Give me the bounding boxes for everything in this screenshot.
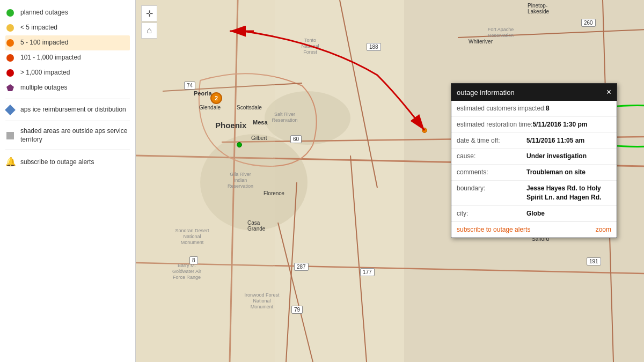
popup-label-boundary: boundary: <box>457 184 526 193</box>
legend-item-planned: planned outages <box>5 5 130 20</box>
popup-footer: subscribe to outage alerts zoom <box>451 221 617 238</box>
popup-row-customers: estimated customers impacted: 8 <box>451 101 617 117</box>
road-74: 74 <box>184 82 195 90</box>
legend-divider-3 <box>5 150 130 150</box>
outage-dot-numbered[interactable]: 2 <box>210 92 222 104</box>
road-188: 188 <box>367 43 381 51</box>
popup-row-date: date & time off: 5/11/2016 11:05 am <box>451 133 617 149</box>
over1000-label: > 1,000 impacted <box>20 69 70 77</box>
legend-item-less5: < 5 impacted <box>5 20 130 35</box>
popup-subscribe-button[interactable]: subscribe to outage alerts <box>457 226 530 233</box>
ice-icon <box>5 105 15 115</box>
popup-body: estimated customers impacted: 8 estimate… <box>451 101 617 221</box>
over1000-icon <box>5 68 15 78</box>
popup-label-customers: estimated customers impacted: <box>457 104 546 113</box>
101to1000-label: 101 - 1,000 impacted <box>20 54 81 62</box>
legend-divider-2 <box>5 121 130 121</box>
outside-label: shaded areas are outside aps service ter… <box>20 127 130 144</box>
multiple-label: multiple outages <box>20 84 67 92</box>
popup-value-customers: 8 <box>546 104 550 113</box>
planned-icon <box>5 8 15 18</box>
popup-value-cause: Under investigation <box>526 152 587 161</box>
map-controls: ✛ ⌂ <box>141 5 157 39</box>
outside-icon <box>5 131 15 141</box>
outage-dot-orange[interactable] <box>422 128 427 133</box>
road-260: 260 <box>581 19 596 27</box>
popup-row-boundary: boundary: Jesse Hayes Rd. to Holy Spirit… <box>451 181 617 206</box>
101to1000-icon <box>5 53 15 63</box>
5to100-label: 5 - 100 impacted <box>20 39 68 47</box>
popup-label-cause: cause: <box>457 152 526 161</box>
popup-label-comments: comments: <box>457 168 526 177</box>
home-button[interactable]: ⌂ <box>141 23 157 39</box>
svg-point-3 <box>265 91 350 145</box>
crosshair-button[interactable]: ✛ <box>141 5 157 21</box>
subscribe-label: subscribe to outage alerts <box>20 158 94 166</box>
legend-item-ice: aps ice reimbursement or distribution <box>5 102 130 117</box>
sidebar: planned outages < 5 impacted 5 - 100 imp… <box>0 0 136 362</box>
svg-rect-16 <box>136 0 275 362</box>
less5-icon <box>5 23 15 33</box>
legend-item-5to100: 5 - 100 impacted <box>5 35 130 50</box>
map-area[interactable]: TontoNationalForest Salt RiverReservatio… <box>136 0 644 362</box>
popup-value-restoration: 5/11/2016 1:30 pm <box>532 120 587 129</box>
popup-header: outage information × <box>451 84 617 101</box>
road-79: 79 <box>291 306 303 314</box>
popup-row-cause: cause: Under investigation <box>451 149 617 165</box>
popup-row-restoration: estimated restoration time: 5/11/2016 1:… <box>451 117 617 133</box>
popup-value-date: 5/11/2016 11:05 am <box>526 136 584 145</box>
popup-zoom-button[interactable]: zoom <box>596 226 611 233</box>
legend-item-101to1000: 101 - 1,000 impacted <box>5 50 130 65</box>
legend-item-outside: shaded areas are outside aps service ter… <box>5 124 130 146</box>
planned-label: planned outages <box>20 9 68 17</box>
bell-icon: 🔔 <box>5 157 16 167</box>
popup-close-button[interactable]: × <box>606 88 611 97</box>
outage-dot-green[interactable] <box>237 142 242 147</box>
road-177: 177 <box>360 268 375 276</box>
ice-label: aps ice reimbursement or distribution <box>20 106 126 114</box>
popup-value-city: Globe <box>526 209 545 218</box>
outage-popup: outage information × estimated customers… <box>451 83 617 238</box>
road-287: 287 <box>294 263 309 271</box>
popup-value-boundary: Jesse Hayes Rd. to Holy Spirit Ln. and H… <box>526 184 611 202</box>
legend-item-over1000: > 1,000 impacted <box>5 65 130 80</box>
legend-item-multiple: multiple outages <box>5 80 130 95</box>
road-60: 60 <box>290 135 302 143</box>
legend-divider-1 <box>5 99 130 99</box>
road-8: 8 <box>189 256 198 264</box>
road-191: 191 <box>587 257 601 265</box>
subscribe-row[interactable]: 🔔 subscribe to outage alerts <box>5 153 130 170</box>
popup-value-comments: Troubleman on site <box>526 168 586 177</box>
5to100-icon <box>5 38 15 48</box>
svg-marker-0 <box>6 84 14 91</box>
popup-label-date: date & time off: <box>457 136 526 145</box>
popup-row-comments: comments: Troubleman on site <box>451 165 617 181</box>
less5-label: < 5 impacted <box>20 24 57 32</box>
popup-row-city: city: Globe <box>451 206 617 221</box>
app-container: planned outages < 5 impacted 5 - 100 imp… <box>0 0 644 362</box>
popup-label-city: city: <box>457 209 526 218</box>
multiple-icon <box>5 83 15 93</box>
popup-title: outage information <box>457 88 515 97</box>
popup-label-restoration: estimated restoration time: <box>457 120 532 129</box>
